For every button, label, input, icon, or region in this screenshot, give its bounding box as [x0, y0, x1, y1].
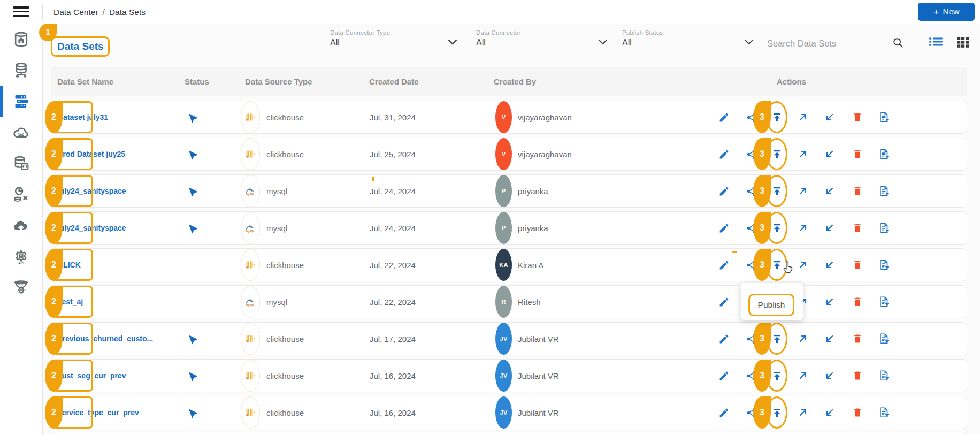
import-button[interactable]	[823, 212, 837, 244]
edit-button[interactable]	[717, 360, 731, 392]
trash-icon	[852, 407, 863, 418]
status-cell	[185, 249, 199, 281]
breadcrumb-data-center[interactable]: Data Center	[53, 7, 98, 17]
table-row: 2 CLICK MySQL clickhouse Jul, 22, 2024 K…	[51, 248, 967, 281]
sidebar-item-data-filter-settings[interactable]	[0, 272, 42, 303]
database-home-icon	[13, 31, 29, 48]
open-external-button[interactable]	[796, 175, 810, 207]
sidebar-item-data-transform[interactable]	[0, 179, 42, 210]
import-button[interactable]	[823, 286, 837, 318]
document-filter-icon	[878, 370, 890, 381]
sidebar-item-cloud-data[interactable]	[0, 117, 42, 148]
source-icon-clickhouse	[241, 360, 260, 392]
edit-button[interactable]	[717, 323, 731, 355]
created-by-name: Jubilant VR	[518, 360, 559, 392]
cloud-storage-icon	[13, 217, 29, 234]
breadcrumb-data-sets[interactable]: Data Sets	[109, 7, 146, 17]
published-status-icon	[183, 367, 200, 384]
published-status-icon	[183, 219, 200, 236]
open-external-button[interactable]	[796, 101, 810, 133]
source-icon-clickhouse	[241, 101, 260, 133]
delete-button[interactable]	[851, 175, 864, 207]
filter-data-connector[interactable]: Data Connector All	[476, 29, 610, 52]
status-cell	[185, 138, 199, 170]
search-icon[interactable]	[892, 37, 904, 49]
annotation-step-3-badge: 3	[753, 212, 771, 244]
delete-button[interactable]	[851, 323, 864, 355]
import-button[interactable]	[823, 396, 837, 429]
import-button[interactable]	[823, 249, 837, 281]
data-filter-button[interactable]	[877, 138, 891, 170]
sidebar-item-data-center-home[interactable]	[0, 24, 42, 55]
delete-button[interactable]	[851, 396, 864, 429]
filter-data-connector-type[interactable]: Data Connector Type All	[330, 29, 460, 52]
data-filter-button[interactable]	[877, 249, 891, 281]
delete-button[interactable]	[851, 360, 864, 392]
column-header-source-type: Data Source Type	[245, 67, 312, 96]
data-filter-button[interactable]	[877, 286, 891, 318]
annotation-step-3-badge: 3	[753, 249, 771, 281]
sidebar-item-cloud-storage[interactable]	[0, 210, 42, 241]
annotation-step-3-badge: 3	[753, 138, 771, 170]
open-external-button[interactable]	[796, 138, 810, 170]
data-filter-button[interactable]	[877, 175, 891, 207]
table-row: 2 Prod Dataset juy25 MySQL clickhouse Ju…	[51, 138, 967, 171]
open-external-button[interactable]	[796, 323, 810, 355]
source-icon-mysql: MySQL	[241, 212, 260, 244]
sidebar-item-dataset-code[interactable]	[0, 148, 42, 179]
sidebar-item-api-settings[interactable]: API	[0, 241, 42, 272]
delete-button[interactable]	[851, 286, 864, 318]
new-button[interactable]: + New	[918, 3, 975, 21]
created-date: Jul, 24, 2024	[370, 175, 416, 207]
edit-button[interactable]	[717, 138, 731, 170]
delete-button[interactable]	[851, 249, 864, 281]
edit-button[interactable]	[717, 249, 731, 281]
chevron-down-icon[interactable]	[598, 39, 608, 45]
arrow-up-right-icon	[798, 186, 808, 196]
open-external-button[interactable]	[796, 212, 810, 244]
edit-button[interactable]	[717, 286, 731, 318]
edit-button[interactable]	[717, 396, 731, 429]
delete-button[interactable]	[851, 212, 864, 244]
table-row: 2 Dataset july31 MySQL clickhouse Jul, 3…	[51, 101, 967, 134]
filter-label: Data Connector Type	[330, 29, 460, 36]
search-input[interactable]	[767, 39, 885, 49]
data-filter-button[interactable]	[877, 323, 891, 355]
chevron-down-icon[interactable]	[448, 39, 457, 45]
open-external-button[interactable]	[796, 249, 810, 281]
stray-mark	[732, 251, 737, 253]
hamburger-menu-icon[interactable]	[13, 6, 30, 18]
svg-text:MySQL: MySQL	[246, 304, 255, 307]
grid-view-icon[interactable]	[956, 35, 970, 48]
sidebar-item-data-sets[interactable]	[0, 86, 42, 117]
import-button[interactable]	[823, 360, 837, 392]
edit-button[interactable]	[717, 101, 731, 133]
table-row: 2 july24_sanityspace MySQL mysql Jul, 24…	[51, 174, 967, 208]
data-filter-button[interactable]	[877, 212, 891, 244]
open-external-button[interactable]	[796, 360, 810, 392]
list-view-icon[interactable]	[929, 35, 943, 48]
data-filter-button[interactable]	[877, 101, 891, 133]
import-button[interactable]	[823, 138, 837, 170]
filter-publish-status[interactable]: Publish Status All	[622, 29, 756, 52]
open-external-button[interactable]	[796, 396, 810, 429]
edit-button[interactable]	[717, 175, 731, 207]
delete-button[interactable]	[851, 138, 864, 170]
sidebar-item-data-connectors[interactable]	[0, 55, 42, 86]
import-button[interactable]	[823, 101, 837, 133]
source-type-label: clickhouse	[266, 323, 304, 355]
import-button[interactable]	[823, 323, 837, 355]
published-status-icon	[183, 146, 200, 162]
edit-button[interactable]	[717, 212, 731, 244]
delete-button[interactable]	[851, 101, 864, 133]
import-button[interactable]	[823, 175, 837, 207]
data-filter-button[interactable]	[877, 360, 891, 392]
status-cell	[185, 360, 199, 392]
svg-text:MySQL: MySQL	[246, 230, 255, 233]
edit-pencil-icon	[718, 186, 730, 197]
document-filter-icon	[878, 259, 890, 271]
data-filter-button[interactable]	[877, 396, 891, 429]
chevron-down-icon[interactable]	[744, 39, 754, 45]
annotation-step-3-badge: 3	[753, 360, 771, 392]
column-header-created-date: Created Date	[369, 67, 419, 96]
